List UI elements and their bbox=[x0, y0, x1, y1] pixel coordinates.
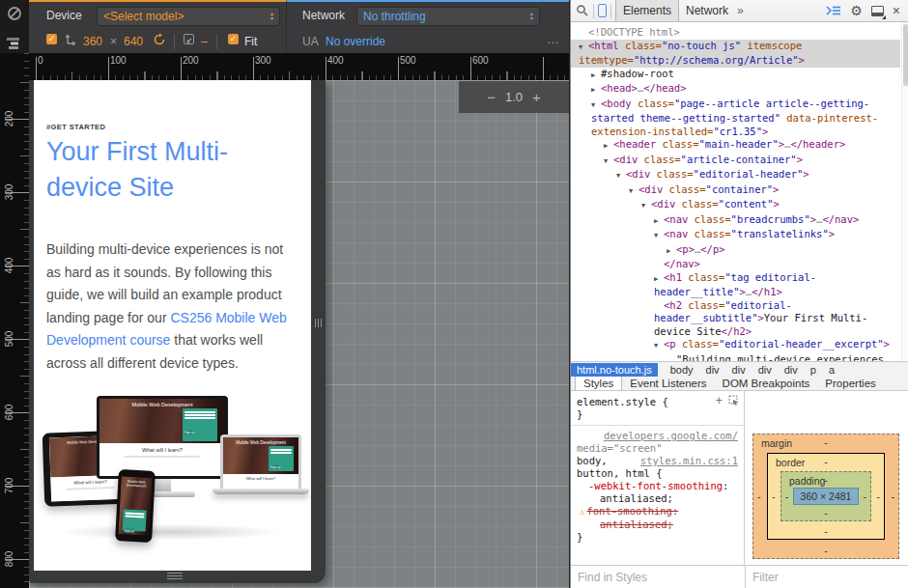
fit-checkbox[interactable]: ✓ bbox=[228, 34, 239, 44]
breadcrumb-item[interactable]: a bbox=[829, 364, 835, 376]
breadcrumb-item[interactable]: div bbox=[706, 364, 720, 376]
dom-tree-node[interactable]: ▼<p class="editorial-header__excerpt"> bbox=[571, 338, 900, 353]
tree-expand-icon[interactable]: ▼ bbox=[591, 99, 601, 113]
tab-elements[interactable]: Elements bbox=[615, 0, 679, 21]
block-icon[interactable] bbox=[7, 6, 22, 25]
code-token: "container" bbox=[706, 183, 774, 195]
breadcrumb-item[interactable]: p bbox=[810, 364, 816, 376]
dom-tree-node[interactable]: <!DOCTYPE html> bbox=[571, 26, 900, 40]
breadcrumb-item[interactable]: html.no-touch.js bbox=[571, 363, 658, 377]
tree-expand-icon[interactable]: ▶ bbox=[591, 70, 601, 83]
dom-tree-node[interactable]: ▼<html class="no-touch js" itemscope ite… bbox=[571, 40, 900, 68]
settings-gear-icon[interactable]: ⚙ bbox=[850, 3, 863, 18]
filter-input[interactable] bbox=[746, 566, 908, 588]
ua-override-value[interactable]: No override bbox=[326, 35, 385, 48]
find-in-styles-input[interactable] bbox=[571, 566, 745, 588]
dock-side-icon[interactable] bbox=[871, 6, 884, 16]
dom-tree-node[interactable]: ▶<header class="main-header">…</header> bbox=[571, 138, 900, 154]
css-line[interactable]: media="screen" bbox=[577, 442, 738, 455]
network-label: Network bbox=[302, 9, 345, 22]
search-icon[interactable] bbox=[576, 4, 589, 17]
tabs-overflow-button[interactable]: » bbox=[737, 4, 744, 17]
dom-tree-node[interactable]: ▼<div class="article-container"> bbox=[571, 154, 900, 169]
network-throttling-select[interactable]: No throttling ▴▾ bbox=[356, 7, 540, 26]
device-mode-icon[interactable] bbox=[598, 4, 607, 17]
breadcrumb-item[interactable]: div bbox=[732, 364, 746, 376]
reset-viewport-icon[interactable] bbox=[153, 33, 166, 49]
tab-network[interactable]: Network bbox=[679, 0, 735, 21]
sidebar-tab-dom-breakpoints[interactable]: DOM Breakpoints bbox=[715, 377, 818, 390]
tree-expand-icon[interactable]: ▶ bbox=[604, 140, 613, 154]
tree-expand-icon[interactable]: ▶ bbox=[654, 215, 664, 229]
stylesheet-link[interactable]: styles.min.css:1 bbox=[640, 455, 738, 467]
tree-expand-icon[interactable]: ▼ bbox=[654, 230, 664, 243]
dom-tree-node[interactable]: ▶<head>…</head> bbox=[571, 82, 900, 98]
zoom-in-button[interactable]: + bbox=[532, 89, 541, 105]
code-token: "editorial-header__excerpt" bbox=[719, 338, 884, 350]
sidebar-tab-styles[interactable]: Styles bbox=[575, 377, 622, 390]
padding-left-value: - bbox=[785, 490, 789, 502]
css-line[interactable]: styles.min.css:1body, bbox=[577, 455, 738, 467]
dom-tree-node[interactable]: </nav> bbox=[571, 258, 900, 271]
sidebar-tab-properties[interactable]: Properties bbox=[817, 377, 883, 390]
console-drawer-icon[interactable] bbox=[826, 5, 841, 16]
device-model-select[interactable]: <Select model> ▴▾ bbox=[97, 7, 280, 26]
code-token: "no-touch js" bbox=[662, 40, 741, 51]
sidebar-tab-event-listeners[interactable]: Event Listeners bbox=[622, 377, 714, 390]
border-label: border bbox=[776, 457, 805, 468]
close-devtools-icon[interactable]: × bbox=[893, 3, 900, 18]
code-token: } bbox=[577, 408, 582, 420]
code-token: > bbox=[799, 54, 805, 66]
tree-scrollbar[interactable] bbox=[901, 22, 908, 361]
code-token: <p> bbox=[676, 243, 695, 255]
swap-dimensions-icon[interactable] bbox=[64, 32, 77, 49]
css-line[interactable]: } bbox=[577, 408, 738, 421]
tree-expand-icon[interactable]: ▶ bbox=[667, 245, 676, 259]
stylesheet-link[interactable]: developers.google.com/ bbox=[604, 430, 738, 442]
tree-expand-icon[interactable]: ▶ bbox=[654, 273, 664, 287]
dom-tree-node[interactable]: ▶<nav class="breadcrumbs">…</nav> bbox=[571, 213, 900, 229]
css-line[interactable]: developers.google.com/ bbox=[577, 430, 738, 442]
tree-expand-icon[interactable]: ▼ bbox=[654, 340, 664, 353]
dom-tree-node[interactable]: ▶#shadow-root bbox=[571, 68, 900, 83]
device-pixel-ratio-icon[interactable] bbox=[184, 34, 194, 44]
h-ruler-label: 0 bbox=[38, 55, 43, 66]
device-pixel-ratio-value[interactable]: – bbox=[201, 35, 208, 48]
resize-height-handle[interactable] bbox=[167, 571, 183, 581]
viewport-width-field[interactable]: 360 bbox=[83, 35, 102, 48]
dom-tree-node[interactable]: ▼<body class="page--article article--get… bbox=[571, 98, 900, 139]
dom-tree-node[interactable]: "Building multi-device experiences is no… bbox=[571, 353, 900, 362]
breadcrumb-item[interactable]: div bbox=[784, 364, 798, 376]
dom-tree-node[interactable]: ▼<div class="content"> bbox=[571, 198, 900, 213]
tree-expand-icon[interactable]: ▼ bbox=[629, 185, 638, 199]
tree-expand-icon[interactable]: ▼ bbox=[604, 155, 613, 169]
dimensions-checkbox[interactable]: ✓ bbox=[46, 34, 57, 44]
dom-tree-node[interactable]: ▶<p>…</p> bbox=[571, 243, 900, 259]
dom-tree-node[interactable]: <h2 class="editorial-header__subtitle">Y… bbox=[571, 299, 900, 339]
tree-scrollbar-thumb[interactable] bbox=[903, 24, 908, 86]
viewport-height-field[interactable]: 640 bbox=[124, 35, 143, 48]
css-line[interactable]: element.style { bbox=[577, 396, 738, 408]
element-state-icon[interactable] bbox=[728, 395, 739, 406]
breadcrumb-item[interactable]: body bbox=[670, 364, 694, 376]
tree-expand-icon[interactable]: ▼ bbox=[616, 170, 626, 183]
code-token: > bbox=[803, 168, 809, 180]
dom-tree-node[interactable]: ▼<div class="editorial-header"> bbox=[571, 168, 900, 183]
css-line[interactable]: ⚠font-smoothing: antialiased; bbox=[577, 505, 738, 531]
new-style-rule-icon[interactable]: + bbox=[716, 396, 723, 406]
dom-tree-node[interactable]: ▶<h1 class="tag editorial-header__title"… bbox=[571, 271, 900, 299]
dom-tree-node[interactable]: ▼<nav class="translatelinks"> bbox=[571, 228, 900, 243]
css-line[interactable]: button, html { bbox=[577, 467, 738, 480]
resize-width-handle[interactable] bbox=[315, 319, 322, 327]
tree-expand-icon[interactable]: ▼ bbox=[641, 200, 651, 213]
zoom-out-button[interactable]: − bbox=[487, 89, 496, 105]
network-waterfall-icon[interactable] bbox=[7, 36, 22, 53]
panel-tabs: ElementsNetwork bbox=[615, 0, 735, 21]
tree-expand-icon[interactable]: ▼ bbox=[579, 42, 588, 55]
dom-tree-node[interactable]: ▼<div class="container"> bbox=[571, 183, 900, 199]
tree-expand-icon[interactable]: ▶ bbox=[591, 84, 601, 98]
breadcrumb-item[interactable]: div bbox=[758, 364, 772, 376]
css-line[interactable]: } bbox=[577, 531, 738, 544]
css-line[interactable]: -webkit-font-smoothing: antialiased; bbox=[577, 480, 738, 505]
more-options-button[interactable]: … bbox=[547, 32, 560, 46]
